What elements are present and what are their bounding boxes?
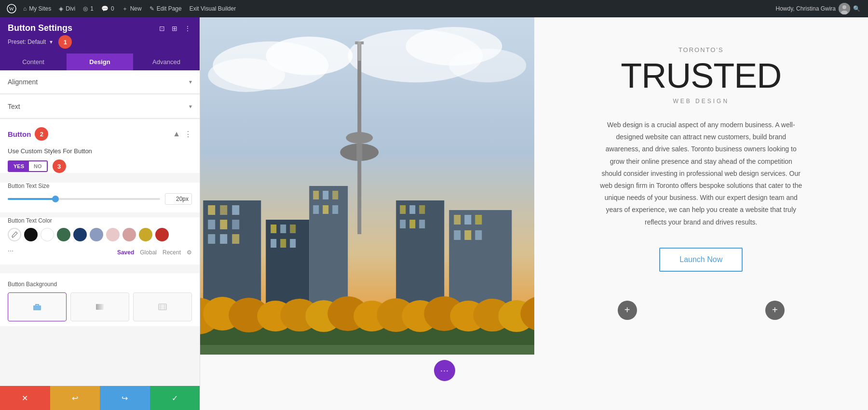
color-swatch-blue-gray[interactable] xyxy=(90,228,103,241)
layout-icon[interactable]: ⊞ xyxy=(171,24,178,33)
alignment-section: Alignment ▾ xyxy=(0,70,200,94)
settings-panel: Button Settings ⊡ ⊞ ⋮ Preset: Default ▾ … xyxy=(0,17,200,410)
svg-rect-40 xyxy=(313,191,319,199)
edit-icon: ✎ xyxy=(149,5,154,12)
text-size-slider-thumb[interactable] xyxy=(52,196,59,202)
svg-rect-7 xyxy=(96,304,104,310)
svg-rect-51 xyxy=(409,220,415,228)
window-icon[interactable]: ⊡ xyxy=(158,24,166,33)
fill-icon xyxy=(32,302,42,312)
svg-point-12 xyxy=(208,58,285,92)
color-tab-global[interactable]: Global xyxy=(140,249,157,256)
svg-rect-47 xyxy=(400,205,406,214)
web-design-label: WEB DESIGN xyxy=(673,98,729,105)
svg-rect-19 xyxy=(356,144,362,161)
color-swatch-pink[interactable] xyxy=(122,228,136,241)
speech-item[interactable]: 💬 0 xyxy=(97,0,118,17)
my-sites-item[interactable]: ⌂ My Sites xyxy=(19,0,55,17)
color-swatch-white[interactable] xyxy=(41,228,54,241)
color-swatch-light-pink[interactable] xyxy=(106,228,120,241)
bg-option-gradient[interactable] xyxy=(70,292,129,321)
color-swatch-navy[interactable] xyxy=(73,228,87,241)
svg-point-3 xyxy=(842,5,846,9)
trusted-heading: TRUSTED xyxy=(621,58,781,93)
chevron-up-icon[interactable]: ▲ xyxy=(173,130,180,138)
add-section-left[interactable]: + xyxy=(618,301,637,320)
eyedropper-swatch[interactable] xyxy=(8,228,21,241)
color-tab-saved[interactable]: Saved xyxy=(117,249,134,256)
bg-option-solid[interactable] xyxy=(8,292,67,321)
svg-rect-48 xyxy=(409,205,415,214)
toggle-no[interactable]: NO xyxy=(29,161,47,171)
badge-2: 2 xyxy=(35,127,48,141)
color-swatch-green[interactable] xyxy=(57,228,70,241)
svg-point-20 xyxy=(346,132,373,144)
tab-advanced[interactable]: Advanced xyxy=(133,53,200,70)
more-swatches-icon[interactable]: ⋯ xyxy=(8,248,14,254)
redo-button[interactable]: ↪ xyxy=(100,386,150,410)
undo-button[interactable]: ↩ xyxy=(50,386,100,410)
svg-rect-59 xyxy=(475,230,482,240)
more-dots-icon[interactable]: ⋮ xyxy=(184,130,192,139)
save-button[interactable]: ✓ xyxy=(150,386,200,410)
preset-arrow: ▾ xyxy=(50,39,53,45)
text-size-input[interactable]: 20px xyxy=(165,193,192,205)
exit-builder-item[interactable]: Exit Visual Builder xyxy=(186,0,240,17)
svg-rect-43 xyxy=(313,205,319,214)
launch-now-button[interactable]: Launch Now xyxy=(659,248,743,272)
svg-rect-26 xyxy=(208,220,215,229)
floating-menu-button[interactable]: ··· xyxy=(434,360,455,381)
color-swatch-red[interactable] xyxy=(155,228,169,241)
svg-rect-49 xyxy=(419,205,425,214)
add-buttons-row: + + xyxy=(554,291,849,330)
comments-item[interactable]: ◎ 1 xyxy=(79,0,97,17)
cancel-button[interactable]: ✕ xyxy=(0,386,50,410)
svg-rect-8 xyxy=(159,304,166,310)
text-size-slider-track[interactable] xyxy=(8,198,160,200)
image-column xyxy=(200,17,534,410)
tab-design[interactable]: Design xyxy=(67,53,133,70)
custom-styles-label: Use Custom Styles For Button xyxy=(8,147,192,155)
color-tab-recent[interactable]: Recent xyxy=(163,249,181,256)
svg-rect-21 xyxy=(358,41,361,61)
divi-item[interactable]: ◈ Divi xyxy=(55,0,79,17)
bg-options xyxy=(8,292,192,321)
panel-tabs: Content Design Advanced xyxy=(0,53,200,70)
panel-title: Button Settings xyxy=(8,23,72,33)
more-icon[interactable]: ⋮ xyxy=(183,24,192,33)
toggle-yes[interactable]: YES xyxy=(9,161,29,171)
new-item[interactable]: ＋ New xyxy=(118,0,146,17)
button-text-color-group: Button Text Color xyxy=(0,217,200,265)
svg-rect-36 xyxy=(271,239,276,248)
add-section-right[interactable]: + xyxy=(765,301,785,320)
svg-rect-25 xyxy=(232,205,239,215)
text-column: TORONTO'S TRUSTED WEB DESIGN Web design … xyxy=(534,17,868,410)
svg-point-4 xyxy=(841,11,848,14)
toggle-row: YES NO 3 xyxy=(8,159,192,173)
preset-label: Preset: Default xyxy=(8,39,46,45)
color-swatch-gold[interactable] xyxy=(139,228,152,241)
speech-icon: 💬 xyxy=(101,5,108,12)
text-label: Text xyxy=(8,103,20,110)
alignment-chevron: ▾ xyxy=(189,79,192,85)
text-header[interactable]: Text ▾ xyxy=(8,103,192,110)
svg-rect-42 xyxy=(332,191,338,199)
bg-option-pattern[interactable] xyxy=(133,292,192,321)
svg-rect-29 xyxy=(208,234,215,244)
color-settings-icon[interactable]: ⚙ xyxy=(187,249,192,256)
color-swatch-black[interactable] xyxy=(24,228,38,241)
svg-rect-76 xyxy=(200,345,534,355)
alignment-header[interactable]: Alignment ▾ xyxy=(8,78,192,86)
search-icon[interactable]: 🔍 xyxy=(853,5,860,12)
custom-styles-toggle[interactable]: YES NO xyxy=(8,160,48,172)
tab-content[interactable]: Content xyxy=(0,53,67,70)
text-color-label: Button Text Color xyxy=(8,217,192,224)
wp-logo-icon[interactable]: W xyxy=(4,0,19,17)
edit-page-item[interactable]: ✎ Edit Page xyxy=(146,0,186,17)
svg-rect-34 xyxy=(280,225,286,233)
color-swatches xyxy=(8,228,192,241)
panel-bottom-bar: ✕ ↩ ↪ ✓ xyxy=(0,386,200,410)
svg-rect-23 xyxy=(208,205,215,215)
divi-icon: ◈ xyxy=(59,5,63,12)
page-preview: TORONTO'S TRUSTED WEB DESIGN Web design … xyxy=(200,17,868,410)
